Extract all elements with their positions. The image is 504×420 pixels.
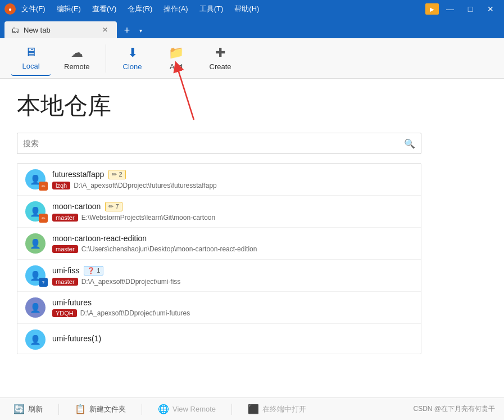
repo-name-row: futuresstaffapp ✏ 2 [52, 170, 413, 179]
clone-icon: ⬇ [128, 46, 138, 60]
tab-label: New tab [24, 26, 51, 34]
repo-avatar: 👤 [25, 329, 46, 350]
repo-name-row: umi-futures(1) [52, 334, 413, 343]
branch-badge: lzqh [52, 182, 70, 189]
branch-badge: master [52, 245, 78, 253]
clone-button[interactable]: ⬇ Clone [113, 41, 152, 75]
tab-close-button[interactable]: ✕ [100, 25, 110, 35]
add-icon: 📁 [169, 46, 184, 60]
repo-name-row: moon-cartoon-react-edition [52, 234, 413, 243]
create-icon: ✚ [215, 46, 225, 60]
remote-button[interactable]: ☁ Remote [55, 41, 99, 75]
toolbar: 🖥 Local ☁ Remote ⬇ Clone 📁 Add ✚ Create [0, 38, 504, 79]
active-tab[interactable]: 🗂 New tab ✕ [4, 21, 117, 38]
repo-name: umi-futures(1) [52, 334, 101, 343]
add-button[interactable]: 📁 Add [157, 41, 196, 75]
list-item[interactable]: 👤 ✏ moon-cartoon ✏ 7 master E:\WebstormP… [17, 196, 421, 228]
repo-info: umi-futures YDQH D:\A_apexsoft\DDproject… [52, 298, 413, 317]
menu-action[interactable]: 操作(A) [161, 3, 190, 15]
repo-avatar: 👤 [25, 233, 46, 254]
branch-badge: YDQH [52, 309, 77, 317]
page-title: 本地仓库 [17, 90, 487, 121]
refresh-label: 刷新 [28, 404, 43, 414]
repo-name: futuresstaffapp [52, 170, 104, 179]
repo-info: moon-cartoon ✏ 7 master E:\WebstormProje… [52, 202, 413, 222]
list-item[interactable]: 👤 umi-futures YDQH D:\A_apexsoft\DDproje… [17, 292, 421, 324]
window-controls: ▶ — □ ✕ [425, 0, 500, 18]
new-folder-button[interactable]: 📋 新建文件夹 [70, 401, 130, 417]
repo-path: D:\A_apexsoft\DDproject\umi-futures [80, 309, 190, 317]
repo-info: umi-fiss ❓ 1 master D:\A_apexsoft\DDproj… [52, 266, 413, 286]
repo-path-row: master E:\WebstormProjects\learn\Git\moo… [52, 214, 413, 222]
repo-avatar: 👤 [25, 297, 46, 318]
search-bar[interactable]: 🔍 [17, 133, 421, 154]
tab-dropdown-button[interactable]: ▾ [135, 22, 146, 38]
repo-name: umi-futures [52, 298, 92, 307]
close-button[interactable]: ✕ [482, 0, 500, 18]
flag-icon: ▶ [425, 3, 439, 15]
repo-change-badge: ✏ 7 [105, 202, 122, 211]
refresh-icon: 🔄 [13, 404, 25, 414]
toolbar-divider [106, 44, 106, 73]
terminal-icon: ⬛ [248, 404, 259, 414]
tabbar: 🗂 New tab ✕ + ▾ [0, 18, 504, 38]
local-label: Local [22, 62, 39, 70]
create-label: Create [210, 62, 231, 71]
menu-view[interactable]: 查看(V) [90, 3, 119, 15]
repo-info: moon-cartoon-react-edition master C:\Use… [52, 234, 413, 253]
titlebar: ● 文件(F) 编辑(E) 查看(V) 仓库(R) 操作(A) 工具(T) 帮助… [0, 0, 504, 18]
repo-name-row: moon-cartoon ✏ 7 [52, 202, 413, 211]
repo-path-row: lzqh D:\A_apexsoft\DDproject\futures\fut… [52, 182, 413, 189]
folder-icon: 📋 [75, 404, 86, 414]
refresh-button[interactable]: 🔄 刷新 [9, 401, 47, 417]
repo-path-row: master D:\A_apexsoft\DDproject\umi-fiss [52, 278, 413, 286]
app-logo: ● [4, 3, 16, 15]
list-item[interactable]: 👤 moon-cartoon-react-edition master C:\U… [17, 228, 421, 260]
list-item[interactable]: 👤 umi-futures(1) [17, 324, 421, 354]
search-input[interactable] [23, 139, 404, 148]
list-item[interactable]: 👤 ? umi-fiss ❓ 1 master D:\A_apexsoft\DD… [17, 260, 421, 292]
terminal-label: 在终端中打开 [262, 404, 306, 414]
clone-label: Clone [123, 62, 142, 71]
status-divider-1 [58, 404, 59, 415]
branch-badge: master [52, 278, 78, 286]
local-button[interactable]: 🖥 Local [11, 40, 51, 76]
new-tab-button[interactable]: + [119, 22, 135, 38]
status-credit: CSDN @在下月亮有何贵干 [413, 404, 495, 414]
menu-repo[interactable]: 仓库(R) [125, 3, 155, 15]
menu-file[interactable]: 文件(F) [19, 3, 48, 15]
menu-tools[interactable]: 工具(T) [197, 3, 226, 15]
menu-edit[interactable]: 编辑(E) [55, 3, 83, 15]
new-folder-label: 新建文件夹 [89, 404, 126, 414]
repo-name: umi-fiss [52, 266, 79, 275]
content-area: 本地仓库 🔍 👤 ✏ futuresstaffapp ✏ 2 lzqh D:\A… [0, 79, 504, 398]
cloud-icon: ☁ [71, 46, 83, 60]
repo-info: futuresstaffapp ✏ 2 lzqh D:\A_apexsoft\D… [52, 170, 413, 189]
branch-badge: master [52, 214, 78, 222]
repo-name: moon-cartoon-react-edition [52, 234, 147, 243]
tab-icon: 🗂 [11, 25, 19, 34]
repo-change-badge: ✏ 2 [108, 170, 125, 179]
repo-path: D:\A_apexsoft\DDproject\umi-fiss [81, 278, 181, 286]
view-remote-label: View Remote [172, 405, 216, 413]
repo-name-row: umi-fiss ❓ 1 [52, 266, 413, 276]
repo-path-row: master C:\Users\chenshaojun\Desktop\moon… [52, 245, 413, 253]
repo-path: E:\WebstormProjects\learn\Git\moon-carto… [81, 214, 216, 222]
create-button[interactable]: ✚ Create [201, 41, 240, 75]
search-icon: 🔍 [404, 138, 415, 149]
repo-path: D:\A_apexsoft\DDproject\futures\futuress… [74, 182, 217, 189]
repo-change-badge: ❓ 1 [84, 266, 103, 276]
status-divider-2 [142, 404, 142, 415]
list-item[interactable]: 👤 ✏ futuresstaffapp ✏ 2 lzqh D:\A_apexso… [17, 164, 421, 196]
menu-help[interactable]: 帮助(H) [232, 3, 261, 15]
view-remote-button[interactable]: 🌐 View Remote [153, 401, 220, 417]
terminal-button[interactable]: ⬛ 在终端中打开 [243, 401, 311, 417]
repo-name: moon-cartoon [52, 202, 101, 211]
minimize-button[interactable]: — [441, 0, 459, 18]
repo-name-row: umi-futures [52, 298, 413, 307]
status-divider-3 [231, 404, 232, 415]
maximize-button[interactable]: □ [461, 0, 479, 18]
repo-info: umi-futures(1) [52, 334, 413, 345]
repo-path-row: YDQH D:\A_apexsoft\DDproject\umi-futures [52, 309, 413, 317]
repo-avatar: 👤 ? [25, 265, 46, 286]
